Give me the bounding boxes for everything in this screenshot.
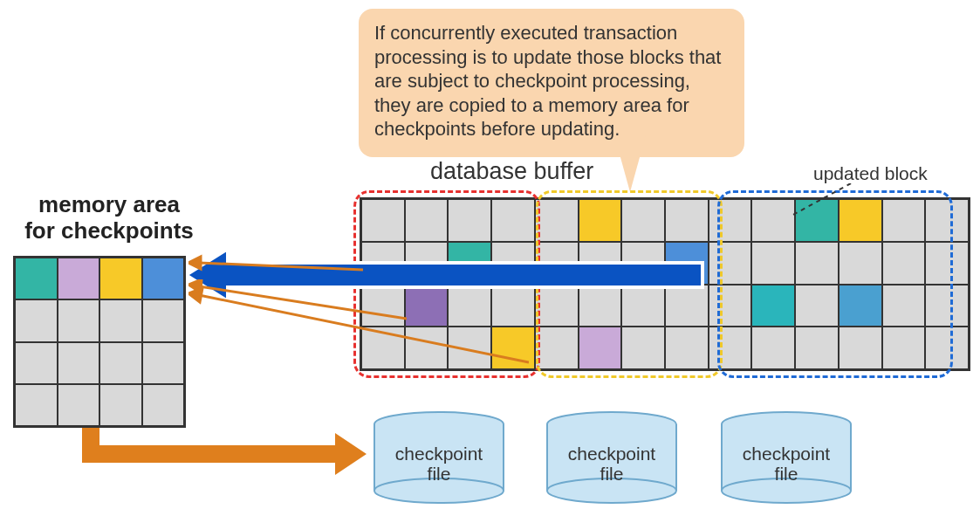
grid-cell	[925, 242, 969, 285]
grid-cell	[448, 199, 491, 242]
grid-cell	[579, 199, 622, 242]
grid-cell	[58, 299, 100, 341]
grid-cell	[795, 242, 839, 285]
svg-line-5	[199, 295, 529, 362]
grid-cell	[579, 327, 622, 369]
grid-cell	[839, 285, 882, 327]
checkpoint-file-3: checkpointfile	[720, 410, 853, 505]
grid-cell	[665, 199, 709, 242]
grid-cell	[882, 327, 926, 369]
svg-marker-8	[82, 428, 367, 475]
grid-cell	[58, 258, 100, 299]
svg-line-1	[199, 263, 363, 270]
grid-cell	[15, 299, 58, 341]
label-database-buffer: database buffer	[430, 158, 593, 185]
write-to-file-arrow	[82, 428, 370, 480]
grid-cell	[795, 327, 839, 369]
copy-arrow-thin-1	[188, 254, 363, 272]
grid-cell	[142, 299, 185, 341]
grid-cell	[621, 327, 665, 369]
grid-cell	[15, 342, 58, 384]
grid-cell	[925, 199, 969, 242]
grid-cell	[709, 327, 752, 369]
callout-tail	[614, 135, 646, 192]
checkpoint-file-2: checkpointfile	[545, 410, 678, 505]
grid-cell	[58, 384, 100, 426]
grid-cell	[142, 258, 185, 299]
grid-cell	[751, 242, 795, 285]
checkpoint-file-label: checkpointfile	[373, 444, 505, 484]
grid-cell	[882, 242, 926, 285]
checkpoint-file-label: checkpointfile	[720, 444, 853, 484]
grid-cell	[665, 327, 709, 369]
updated-block-leader	[785, 183, 873, 218]
grid-cell	[99, 299, 142, 341]
checkpoint-file-label: checkpointfile	[545, 444, 678, 484]
grid-cell	[882, 285, 926, 327]
grid-cell	[99, 342, 142, 384]
callout-box: If concurrently executed transaction pro…	[359, 9, 744, 157]
grid-cell	[882, 199, 926, 242]
grid-cell	[751, 285, 795, 327]
copy-arrow-thin-3	[188, 288, 529, 367]
grid-cell	[839, 242, 882, 285]
svg-line-7	[790, 183, 851, 217]
grid-cell	[58, 342, 100, 384]
label-updated-block: updated block	[813, 163, 928, 184]
grid-cell	[405, 199, 449, 242]
grid-cell	[491, 199, 535, 242]
grid-cell	[99, 384, 142, 426]
label-memory-area: memory area for checkpoints	[9, 192, 209, 244]
checkpoint-memory-grid	[13, 256, 186, 428]
grid-cell	[535, 199, 579, 242]
grid-cell	[621, 199, 665, 242]
grid-cell	[709, 242, 752, 285]
grid-cell	[15, 384, 58, 426]
grid-cell	[709, 199, 752, 242]
svg-marker-6	[188, 288, 202, 302]
grid-cell	[839, 327, 882, 369]
grid-cell	[142, 384, 185, 426]
grid-cell	[361, 199, 405, 242]
grid-cell	[751, 327, 795, 369]
grid-cell	[925, 285, 969, 327]
label-memory-area-line2: for checkpoints	[24, 217, 194, 244]
grid-cell	[535, 327, 579, 369]
grid-cell	[925, 327, 969, 369]
grid-cell	[795, 285, 839, 327]
grid-cell	[15, 258, 58, 299]
grid-cell	[142, 342, 185, 384]
label-memory-area-line1: memory area	[38, 191, 180, 217]
grid-cell	[709, 285, 752, 327]
svg-marker-2	[188, 257, 201, 269]
callout-text: If concurrently executed transaction pro…	[374, 22, 721, 140]
checkpoint-file-1: checkpointfile	[373, 410, 505, 505]
grid-cell	[99, 258, 142, 299]
